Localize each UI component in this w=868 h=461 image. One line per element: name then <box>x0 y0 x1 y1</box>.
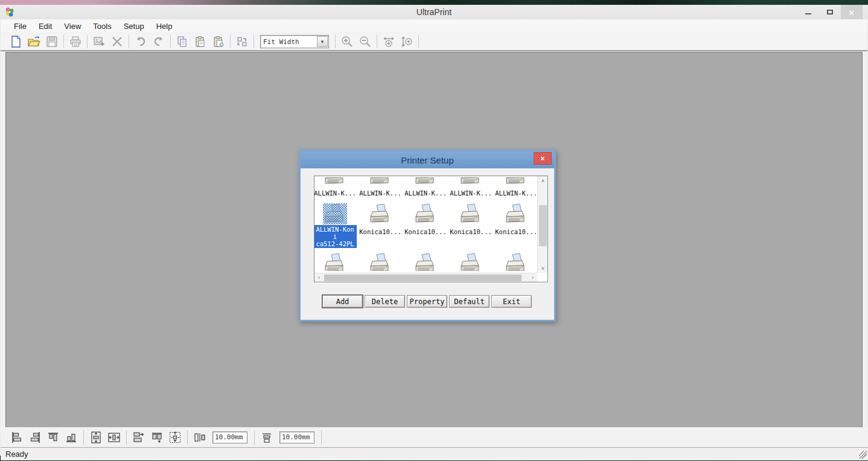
zoom-in-icon[interactable] <box>338 34 356 49</box>
dialog-titlebar[interactable]: Printer Setup × <box>301 151 554 168</box>
printer-label: ALLWIN-K... <box>450 189 492 197</box>
printer-label: Konica10... <box>359 228 401 235</box>
zoom-combo[interactable]: Fit Width ▼ <box>260 35 329 48</box>
printer-icon <box>413 203 438 227</box>
horizontal-scrollbar[interactable]: ‹ › <box>314 273 537 282</box>
list-item[interactable]: ALLWIN-K... <box>360 177 401 200</box>
toolbar-separator <box>187 430 188 445</box>
center-horizontal-page-icon[interactable] <box>105 430 123 445</box>
printer-label: Konica10... <box>495 228 537 235</box>
menu-file[interactable]: File <box>8 21 33 32</box>
minimize-button[interactable] <box>797 5 819 19</box>
menu-tools[interactable]: Tools <box>87 21 117 32</box>
printer-row-3 <box>314 253 547 271</box>
scroll-down-icon[interactable]: ˅ <box>538 264 547 273</box>
printer-icon <box>504 203 528 227</box>
titlebar: UltraPrint × <box>1 5 867 19</box>
horizontal-spacing-input[interactable] <box>212 431 247 444</box>
property-button[interactable]: Property <box>407 295 447 308</box>
list-item[interactable] <box>405 253 446 271</box>
vertical-spacing-icon[interactable] <box>258 430 276 445</box>
align-right-icon[interactable] <box>26 430 44 445</box>
toolbar-separator <box>254 35 254 48</box>
delete-button[interactable]: Delete <box>365 295 405 308</box>
list-item[interactable]: Konica10... <box>450 203 491 248</box>
horizontal-spacing-icon[interactable] <box>191 430 209 445</box>
close-button[interactable]: × <box>841 5 863 19</box>
printer-list[interactable]: ALLWIN-K... ALLWIN-K... ALLWIN-K... ALLW… <box>314 176 548 282</box>
status-bar: Ready <box>1 447 868 460</box>
default-button[interactable]: Default <box>449 295 490 308</box>
distribute-horizontal-icon[interactable] <box>130 430 148 445</box>
menu-setup[interactable]: Setup <box>118 21 150 32</box>
export-icon[interactable] <box>90 34 108 49</box>
vertical-spacing-input[interactable] <box>279 431 314 444</box>
center-vertical-page-icon[interactable] <box>87 430 105 445</box>
menu-bar: File Edit View Tools Setup Help <box>1 19 867 33</box>
menu-view[interactable]: View <box>58 21 87 32</box>
main-toolbar: Fit Width ▼ <box>1 33 867 51</box>
update-icon[interactable] <box>233 34 251 49</box>
dialog-close-button[interactable]: × <box>534 152 552 165</box>
align-left-icon[interactable] <box>8 430 26 445</box>
add-button[interactable]: Add <box>322 295 363 308</box>
list-item[interactable]: ALLWIN-K... <box>314 177 356 200</box>
fit-height-icon[interactable] <box>398 34 416 49</box>
open-icon[interactable] <box>25 34 43 49</box>
menu-edit[interactable]: Edit <box>33 21 58 32</box>
align-top-icon[interactable] <box>44 430 62 445</box>
printer-icon <box>368 253 392 271</box>
scroll-right-icon[interactable]: › <box>528 273 537 282</box>
app-window: UltraPrint × File Edit View Tools Setup … <box>0 5 868 456</box>
scroll-up-icon[interactable]: ˄ <box>538 176 547 185</box>
align-bottom-icon[interactable] <box>62 430 80 445</box>
list-item[interactable]: Konica10... <box>496 203 537 248</box>
fit-width-icon[interactable] <box>380 34 398 49</box>
list-item-selected[interactable]: ALLWIN-Konica512-42PL <box>314 203 356 248</box>
list-item[interactable] <box>450 253 491 271</box>
copy-icon[interactable] <box>173 34 191 49</box>
list-item[interactable] <box>360 253 401 271</box>
list-item[interactable]: ALLWIN-K... <box>450 177 491 200</box>
zoom-out-icon[interactable] <box>356 34 374 49</box>
horizontal-scroll-thumb[interactable] <box>324 275 522 281</box>
printer-label: Konica10... <box>450 228 492 235</box>
resize-grip[interactable] <box>859 451 867 459</box>
list-item[interactable] <box>496 253 537 271</box>
vertical-scroll-thumb[interactable] <box>539 205 547 246</box>
window-controls: × <box>797 5 863 19</box>
print-icon[interactable] <box>66 34 85 49</box>
menu-help[interactable]: Help <box>150 21 179 32</box>
distribute-vertical-icon[interactable] <box>148 430 166 445</box>
printer-label-selected: ALLWIN-Konica512-42PL <box>314 225 357 248</box>
list-item[interactable]: Konica10... <box>405 203 446 248</box>
center-both-icon[interactable] <box>166 430 184 445</box>
list-item[interactable]: Konica10... <box>360 203 401 248</box>
dialog-button-row: Add Delete Property Default Exit <box>322 295 549 308</box>
printer-label: ALLWIN-K... <box>314 189 356 197</box>
exit-button[interactable]: Exit <box>491 295 532 308</box>
list-item[interactable] <box>314 253 356 271</box>
save-icon[interactable] <box>43 34 61 49</box>
paste-icon[interactable] <box>191 34 209 49</box>
combo-dropdown-icon[interactable]: ▼ <box>317 36 328 47</box>
printer-row-2: ALLWIN-Konica512-42PL Konica10... Konica… <box>314 203 547 248</box>
dialog-title: Printer Setup <box>401 155 454 165</box>
dialog-body: ALLWIN-K... ALLWIN-K... ALLWIN-K... ALLW… <box>301 168 554 308</box>
vertical-scrollbar[interactable]: ˄ ˅ <box>537 176 547 273</box>
toolbar-separator <box>377 35 377 48</box>
list-item[interactable]: ALLWIN-K... <box>405 177 446 200</box>
undo-icon[interactable] <box>132 34 150 49</box>
redo-icon[interactable] <box>150 34 168 49</box>
printer-row-1: ALLWIN-K... ALLWIN-K... ALLWIN-K... ALLW… <box>314 177 547 200</box>
toolbar-separator <box>63 35 64 48</box>
list-item[interactable]: ALLWIN-K... <box>496 177 537 200</box>
new-icon[interactable] <box>7 34 25 49</box>
scroll-left-icon[interactable]: ‹ <box>314 273 324 282</box>
maximize-button[interactable] <box>819 5 841 19</box>
toolbar-separator <box>126 430 127 445</box>
desktop-wallpaper-top <box>0 0 868 5</box>
toolbar-separator <box>87 35 88 48</box>
paste-special-icon[interactable] <box>209 34 228 49</box>
delete-icon[interactable] <box>108 34 126 49</box>
